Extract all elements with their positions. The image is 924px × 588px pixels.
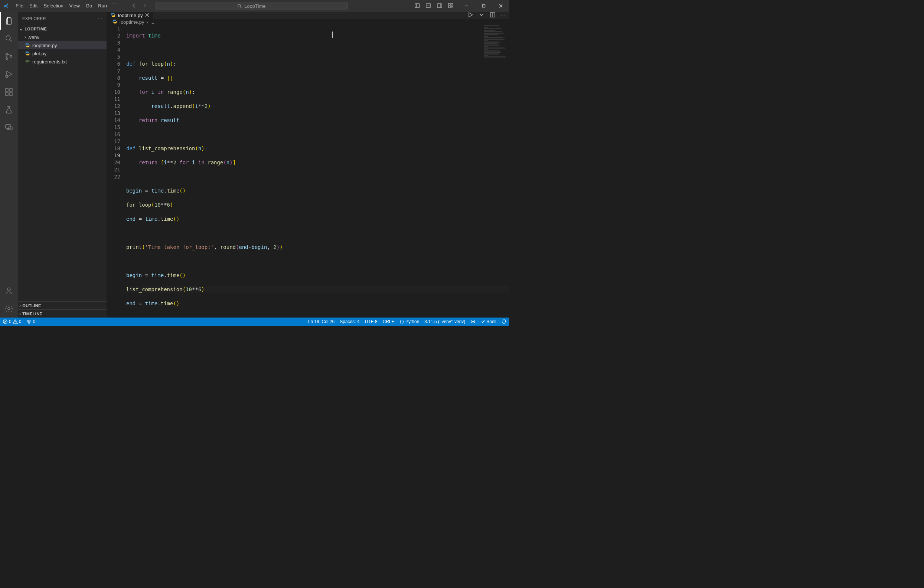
run-file-icon[interactable] — [467, 12, 474, 19]
status-cursor-position[interactable]: Ln 19, Col 26 — [305, 319, 337, 324]
svg-rect-12 — [483, 5, 485, 7]
chevron-right-icon: › — [19, 303, 21, 308]
svg-point-40 — [473, 321, 474, 322]
python-file-icon — [25, 42, 30, 48]
tab-looptime[interactable]: looptime.py — [107, 12, 154, 19]
window-maximize-button[interactable] — [475, 0, 492, 12]
svg-rect-8 — [451, 3, 453, 5]
menu-selection[interactable]: Selection — [40, 0, 66, 12]
window-close-button[interactable] — [492, 0, 509, 12]
editor-more-icon[interactable]: ··· — [501, 13, 505, 18]
svg-rect-10 — [451, 6, 453, 8]
svg-point-27 — [8, 308, 10, 310]
svg-rect-3 — [426, 4, 431, 7]
status-encoding[interactable]: UTF-8 — [362, 319, 380, 324]
python-file-icon — [111, 12, 116, 18]
tab-close-icon[interactable] — [145, 13, 150, 18]
outline-section[interactable]: › OUTLINE — [18, 301, 107, 310]
activity-chat-icon[interactable] — [0, 119, 18, 137]
breadcrumb-file: looptime.py — [120, 19, 144, 25]
code-content[interactable]: import time def for_loop(n): result = []… — [126, 25, 509, 318]
activity-testing-icon[interactable] — [0, 101, 18, 119]
explorer-panel: EXPLORER ··· ⌄ LOOPTIME › .venv looptime… — [18, 12, 107, 318]
file-tree-item-requirements[interactable]: requirements.txt — [18, 58, 107, 66]
warning-icon — [13, 319, 18, 324]
menu-file[interactable]: File — [13, 0, 26, 12]
activity-search-icon[interactable] — [0, 30, 18, 48]
activity-accounts-icon[interactable] — [0, 282, 18, 300]
activity-explorer-icon[interactable] — [0, 12, 18, 30]
nav-back-icon[interactable] — [131, 3, 137, 10]
status-eol[interactable]: CRLF — [380, 319, 397, 324]
menu-run[interactable]: Run — [95, 0, 110, 12]
chevron-right-icon: › — [25, 35, 26, 40]
svg-point-15 — [6, 36, 10, 40]
code-editor[interactable]: 12345678910111213141516171819202122 impo… — [107, 25, 509, 318]
svg-point-26 — [7, 288, 10, 291]
split-editor-icon[interactable] — [490, 12, 496, 19]
editor-tabs: looptime.py ··· — [107, 12, 509, 19]
nav-forward-icon[interactable] — [142, 3, 147, 10]
line-number-gutter: 12345678910111213141516171819202122 — [107, 25, 126, 318]
workspace-root[interactable]: ⌄ LOOPTIME — [18, 25, 107, 33]
command-center-label: LoopTime — [244, 3, 266, 9]
editor-area: looptime.py ··· looptime.py › ... 123456… — [107, 12, 509, 318]
status-notifications-icon[interactable] — [499, 319, 509, 324]
breadcrumb-rest: ... — [150, 19, 154, 25]
minimap[interactable] — [484, 25, 507, 318]
layout-customize-icon[interactable] — [448, 3, 454, 10]
status-feedback-icon[interactable] — [468, 319, 478, 324]
menu-bar: File Edit Selection View Go Run ··· — [13, 0, 120, 12]
file-tree-label: plot.py — [32, 51, 46, 56]
command-center[interactable]: LoopTime — [155, 2, 348, 10]
chevron-down-icon: ⌄ — [19, 26, 23, 31]
broadcast-icon — [470, 319, 475, 324]
title-bar: File Edit Selection View Go Run ··· Loop… — [0, 0, 509, 12]
activity-extensions-icon[interactable] — [0, 83, 18, 101]
vscode-logo-icon — [0, 3, 13, 9]
file-tree-item-looptime[interactable]: looptime.py — [18, 41, 107, 49]
svg-point-0 — [238, 5, 241, 7]
menu-overflow[interactable]: ··· — [110, 0, 120, 12]
layout-left-icon[interactable] — [414, 3, 420, 10]
workspace-name: LOOPTIME — [25, 27, 47, 31]
window-minimize-button[interactable] — [458, 0, 475, 12]
braces-icon — [399, 320, 404, 324]
svg-rect-22 — [10, 93, 12, 96]
timeline-section[interactable]: › TIMELINE — [18, 310, 107, 318]
status-problems[interactable]: 0 0 — [0, 319, 24, 324]
python-file-icon — [112, 19, 117, 25]
file-tree-label: .venv — [28, 35, 40, 40]
svg-rect-7 — [449, 3, 450, 5]
svg-rect-23 — [10, 89, 12, 91]
svg-point-17 — [6, 58, 8, 60]
file-tree-folder-venv[interactable]: › .venv — [18, 33, 107, 41]
menu-edit[interactable]: Edit — [26, 0, 40, 12]
svg-rect-5 — [437, 4, 442, 7]
python-file-icon — [25, 51, 30, 56]
activity-settings-icon[interactable] — [0, 300, 18, 318]
layout-right-icon[interactable] — [437, 3, 442, 10]
breadcrumb-sep: › — [146, 19, 148, 25]
svg-rect-1 — [415, 4, 419, 7]
menu-view[interactable]: View — [66, 0, 83, 12]
status-interpreter[interactable]: 3.11.5 ('.venv': venv) — [422, 319, 468, 324]
status-indentation[interactable]: Spaces: 4 — [337, 319, 362, 324]
file-tree-label: looptime.py — [32, 43, 57, 48]
file-tree-item-plot[interactable]: plot.py — [18, 49, 107, 58]
layout-bottom-icon[interactable] — [426, 3, 431, 10]
run-dropdown-icon[interactable] — [478, 12, 485, 19]
search-icon — [237, 3, 242, 8]
menu-go[interactable]: Go — [83, 0, 95, 12]
activity-source-control-icon[interactable] — [0, 48, 18, 65]
bell-icon — [502, 319, 507, 324]
radio-tower-icon — [26, 319, 31, 324]
status-spell[interactable]: Spell — [478, 319, 499, 324]
chevron-right-icon: › — [19, 311, 21, 316]
activity-run-debug-icon[interactable] — [0, 65, 18, 83]
status-ports[interactable]: 0 — [24, 319, 38, 324]
status-language-mode[interactable]: Python — [397, 319, 422, 324]
explorer-more-icon[interactable]: ··· — [98, 16, 102, 21]
svg-point-39 — [28, 321, 30, 322]
breadcrumb[interactable]: looptime.py › ... — [107, 19, 509, 25]
